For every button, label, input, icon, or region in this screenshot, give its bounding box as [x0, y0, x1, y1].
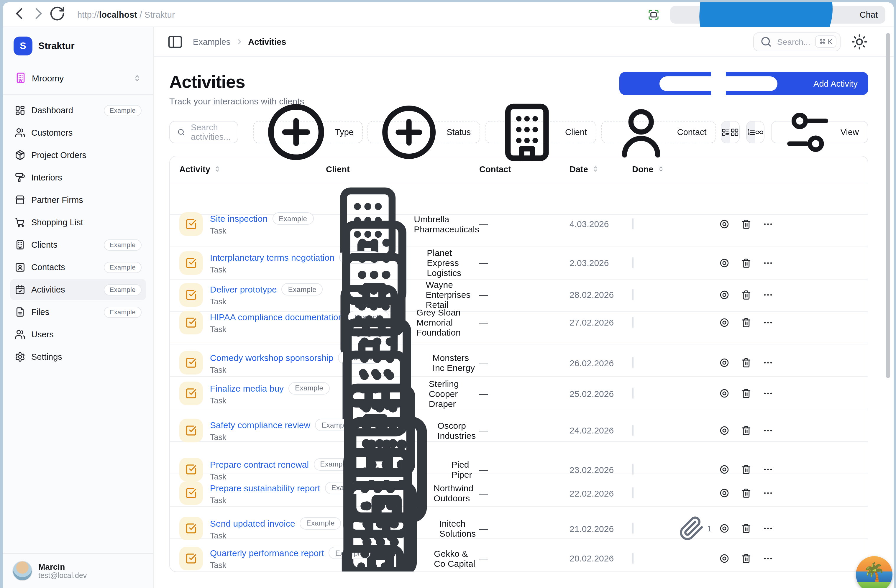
- delete-row-button[interactable]: [741, 257, 751, 268]
- filter-contact-button[interactable]: Contact: [601, 121, 716, 143]
- row-menu-button[interactable]: [762, 553, 773, 564]
- chat-button[interactable]: Chat: [670, 6, 885, 23]
- breadcrumb-examples[interactable]: Examples: [193, 37, 230, 46]
- date-cell: 24.02.2026: [570, 425, 632, 435]
- view-row-button[interactable]: [719, 465, 729, 475]
- activity-link[interactable]: Interplanetary terms negotiation: [210, 253, 334, 262]
- screenshot-tool-icon[interactable]: [648, 9, 661, 20]
- row-menu-button[interactable]: [762, 289, 773, 300]
- example-badge: Example: [104, 262, 142, 273]
- sidebar-item-interiors[interactable]: Interiors: [10, 167, 146, 188]
- delete-row-button[interactable]: [741, 317, 751, 328]
- done-checkbox[interactable]: [632, 464, 633, 475]
- delete-row-button[interactable]: [741, 553, 751, 564]
- column-header-done[interactable]: Done: [632, 164, 858, 174]
- delete-row-button[interactable]: [741, 218, 751, 229]
- view-row-button[interactable]: [719, 425, 729, 436]
- activity-link[interactable]: Prepare sustainability report: [210, 483, 320, 493]
- view-options-button[interactable]: View: [771, 121, 868, 143]
- column-header-date[interactable]: Date: [570, 164, 632, 174]
- activity-link[interactable]: Quarterly performance report: [210, 548, 324, 558]
- row-menu-button[interactable]: [762, 358, 773, 368]
- activity-link[interactable]: Deliver prototype: [210, 284, 277, 294]
- done-checkbox[interactable]: [632, 257, 633, 268]
- dashboard-icon: [15, 105, 25, 116]
- delete-row-button[interactable]: [741, 358, 751, 368]
- row-menu-button[interactable]: [762, 388, 773, 399]
- table-row[interactable]: Site inspection Example Task Umbrella Ph…: [170, 182, 868, 215]
- sidebar-item-project-orders[interactable]: Project Orders: [10, 145, 146, 166]
- filter-status-button[interactable]: Status: [368, 121, 480, 143]
- view-row-button[interactable]: [719, 488, 729, 498]
- sidebar-item-users[interactable]: Users: [10, 324, 146, 345]
- infinite-scroll-button[interactable]: [755, 122, 764, 143]
- activity-link[interactable]: Finalize media buy: [210, 383, 284, 393]
- list-view-button[interactable]: [721, 122, 730, 143]
- paged-view-button[interactable]: [747, 122, 755, 143]
- sidebar-item-partner-firms[interactable]: Partner Firms: [10, 189, 146, 210]
- done-checkbox[interactable]: [632, 289, 633, 300]
- delete-row-button[interactable]: [741, 465, 751, 475]
- done-checkbox[interactable]: [632, 357, 633, 368]
- done-checkbox[interactable]: [632, 387, 633, 399]
- delete-row-button[interactable]: [741, 488, 751, 498]
- url-bar[interactable]: http://localhost / Straktur: [77, 10, 175, 19]
- theme-toggle-button[interactable]: [851, 34, 868, 50]
- activity-link[interactable]: HIPAA compliance documentation: [210, 312, 343, 322]
- sidebar-item-shopping-list[interactable]: Shopping List: [10, 212, 146, 233]
- row-menu-button[interactable]: [762, 257, 773, 268]
- sidebar-item-contacts[interactable]: Contacts Example: [10, 257, 146, 278]
- done-checkbox[interactable]: [632, 424, 633, 436]
- activity-link[interactable]: Comedy workshop sponsorship: [210, 353, 334, 363]
- view-row-button[interactable]: [719, 358, 729, 368]
- filter-client-button[interactable]: Client: [485, 121, 596, 143]
- user-menu[interactable]: Marcin test@local.dev: [3, 553, 153, 588]
- sidebar-item-dashboard[interactable]: Dashboard Example: [10, 100, 146, 121]
- delete-row-button[interactable]: [741, 388, 751, 399]
- done-checkbox[interactable]: [632, 522, 633, 534]
- row-menu-button[interactable]: [762, 488, 773, 498]
- workspace-selector[interactable]: Mroomy: [10, 67, 146, 88]
- filter-contact-label: Contact: [677, 127, 707, 137]
- row-menu-button[interactable]: [762, 465, 773, 475]
- sidebar-item-activities[interactable]: Activities Example: [10, 279, 146, 300]
- activities-search-input[interactable]: Search activities...: [169, 121, 238, 143]
- browser-back-button[interactable]: [11, 6, 28, 23]
- delete-row-button[interactable]: [741, 289, 751, 300]
- grid-view-button[interactable]: [730, 122, 739, 143]
- activity-link[interactable]: Safety compliance review: [210, 420, 310, 430]
- row-menu-button[interactable]: [762, 317, 773, 328]
- global-search-input[interactable]: Search... ⌘ K: [753, 32, 841, 51]
- column-header-activity[interactable]: Activity: [179, 164, 326, 174]
- view-row-button[interactable]: [719, 289, 729, 300]
- filter-type-button[interactable]: Type: [253, 121, 363, 143]
- done-checkbox[interactable]: [632, 317, 633, 328]
- view-row-button[interactable]: [719, 317, 729, 328]
- add-activity-button[interactable]: Add Activity: [619, 72, 868, 95]
- done-checkbox[interactable]: [632, 218, 633, 229]
- done-checkbox[interactable]: [632, 552, 633, 564]
- delete-row-button[interactable]: [741, 523, 751, 534]
- row-menu-button[interactable]: [762, 218, 773, 229]
- view-row-button[interactable]: [719, 218, 729, 229]
- vertical-scrollbar[interactable]: [886, 33, 890, 378]
- activity-link[interactable]: Site inspection: [210, 213, 268, 224]
- view-row-button[interactable]: [719, 257, 729, 268]
- view-row-button[interactable]: [719, 388, 729, 399]
- view-row-button[interactable]: [719, 523, 729, 534]
- row-menu-button[interactable]: [762, 425, 773, 436]
- row-menu-button[interactable]: [762, 523, 773, 534]
- done-checkbox[interactable]: [632, 487, 633, 498]
- sidebar-toggle-button[interactable]: [167, 34, 183, 50]
- sidebar-item-clients[interactable]: Clients Example: [10, 234, 146, 255]
- activity-link[interactable]: Prepare contract renewal: [210, 459, 309, 469]
- sidebar-item-settings[interactable]: Settings: [10, 346, 146, 367]
- view-row-button[interactable]: [719, 553, 729, 564]
- sidebar-item-files[interactable]: Files Example: [10, 302, 146, 323]
- activity-link[interactable]: Send updated invoice: [210, 518, 295, 528]
- sidebar-item-customers[interactable]: Customers: [10, 122, 146, 143]
- trash-icon: [741, 218, 751, 229]
- browser-forward-button[interactable]: [30, 6, 47, 23]
- browser-refresh-button[interactable]: [49, 6, 66, 23]
- delete-row-button[interactable]: [741, 425, 751, 436]
